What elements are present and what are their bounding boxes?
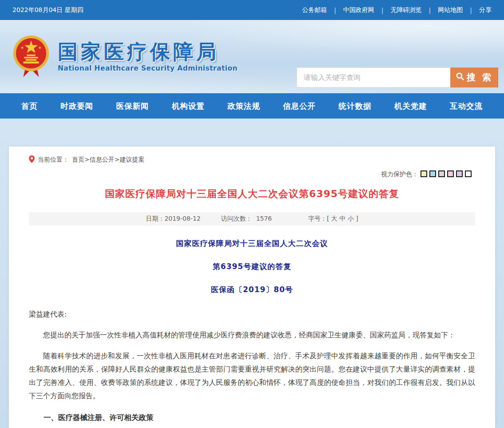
site-logo-link[interactable]: 国家医疗保障局 National Healthcare Security Adm… xyxy=(12,35,238,79)
doc-title-line2: 第6395号建议的答复 xyxy=(29,262,475,272)
top-link-gov[interactable]: 中国政府网 xyxy=(343,6,374,14)
font-size-label: 字号： xyxy=(308,215,327,222)
national-emblem-icon xyxy=(12,35,51,79)
site-name-en: National Healthcare Security Administrat… xyxy=(58,64,238,72)
location-pin-icon xyxy=(29,155,35,164)
top-link-accessibility[interactable]: 无障碍浏览 xyxy=(391,6,422,14)
doc-title-line1: 国家医疗保障局对十三届全国人大二次会议 xyxy=(29,238,475,249)
nav-item-home[interactable]: 首页 xyxy=(21,101,38,111)
paragraph-2: 随着科学技术的进步和发展，一次性非植入医用耗材在对患者进行诊断、治疗、手术及护理… xyxy=(29,349,475,403)
top-links: 公务邮箱 | 中国政府网 | 无障碍浏览 | 网站地图 | 分享 xyxy=(302,6,492,14)
eye-protection-swatch[interactable] xyxy=(456,170,463,177)
nav-item-medicare-news[interactable]: 医保新闻 xyxy=(116,101,149,111)
search-input[interactable] xyxy=(297,67,450,87)
breadcrumb-label: 当前位置： xyxy=(38,156,69,164)
nav-item-policies[interactable]: 政策法规 xyxy=(227,101,260,111)
search-button[interactable]: 搜 索 xyxy=(450,67,498,87)
nav-item-party-building[interactable]: 机关党建 xyxy=(394,101,427,111)
nav-item-organization[interactable]: 机构设置 xyxy=(172,101,205,111)
site-name: 国家医疗保障局 xyxy=(58,41,238,63)
salutation: 梁益建代表: xyxy=(29,308,475,321)
nav-item-statistics[interactable]: 统计数据 xyxy=(339,101,372,111)
search-button-label: 搜 索 xyxy=(467,71,493,83)
article-title: 国家医疗保障局对十三届全国人大二次会议第6395号建议的答复 xyxy=(29,187,475,201)
search-area: 搜 索 xyxy=(297,67,498,87)
search-icon xyxy=(456,72,464,83)
top-link-separator: | xyxy=(334,7,336,14)
doc-number: 医保函〔2019〕80号 xyxy=(29,285,475,295)
eye-protection-swatch[interactable] xyxy=(429,170,436,177)
site-banner: 国家医疗保障局 National Healthcare Security Adm… xyxy=(0,20,504,93)
article-meta-bar: 日期：2019-08-12 访问次数： 1576 字号：[ 大 中 小 ] xyxy=(29,212,475,226)
eye-protection-swatch[interactable] xyxy=(465,170,472,177)
eye-protection-row: 视力保护色： xyxy=(29,170,472,178)
top-link-separator: | xyxy=(429,7,431,14)
article-visits: 访问次数： 1576 xyxy=(221,215,272,223)
top-link-mail[interactable]: 公务邮箱 xyxy=(302,6,327,14)
article-date: 日期：2019-08-12 xyxy=(146,215,200,223)
eye-protection-label: 视力保护色： xyxy=(381,170,418,178)
current-date: 2022年08月04日 星期四 xyxy=(12,6,83,14)
site-title: 国家医疗保障局 National Healthcare Security Adm… xyxy=(58,41,238,72)
nav-item-interaction[interactable]: 互动交流 xyxy=(450,101,483,111)
paragraph-1: 您提出的关于加强一次性非植入高值耗材的管理使用减少医疗费浪费的建议收悉，经商国家… xyxy=(29,329,475,342)
top-bar: 2022年08月04日 星期四 公务邮箱 | 中国政府网 | 无障碍浏览 | 网… xyxy=(0,0,504,20)
top-link-separator: | xyxy=(470,7,472,14)
breadcrumb-path[interactable]: 首页>信息公开>建议提案 xyxy=(72,156,144,164)
eye-protection-swatch[interactable] xyxy=(438,170,445,177)
top-link-sitemap[interactable]: 网站地图 xyxy=(438,6,463,14)
nav-item-info-disclosure[interactable]: 信息公开 xyxy=(283,101,316,111)
page-background: 当前位置： 首页>信息公开>建议提案 视力保护色： 国家医疗保障局对十三届全国人… xyxy=(0,119,504,428)
article-body: 梁益建代表: 您提出的关于加强一次性非植入高值耗材的管理使用减少医疗费浪费的建议… xyxy=(29,308,475,424)
font-size-control: 字号：[ 大 中 小 ] xyxy=(292,208,358,230)
eye-protection-swatches xyxy=(418,170,472,178)
top-link-share[interactable]: 分享 xyxy=(479,6,492,14)
eye-protection-swatch[interactable] xyxy=(447,170,454,177)
top-link-separator: | xyxy=(381,7,384,14)
content-box: 当前位置： 首页>信息公开>建议提案 视力保护色： 国家医疗保障局对十三届全国人… xyxy=(9,147,495,428)
nav-item-politics-news[interactable]: 时政要闻 xyxy=(60,101,93,111)
breadcrumb: 当前位置： 首页>信息公开>建议提案 xyxy=(29,155,475,164)
eye-protection-swatch[interactable] xyxy=(421,170,427,177)
section-heading-1: 一、医疗器械注册、许可相关政策 xyxy=(29,411,475,424)
font-size-options[interactable]: [ 大 中 小 ] xyxy=(327,215,358,222)
main-nav: 首页 时政要闻 医保新闻 机构设置 政策法规 信息公开 统计数据 机关党建 互动… xyxy=(0,93,504,119)
